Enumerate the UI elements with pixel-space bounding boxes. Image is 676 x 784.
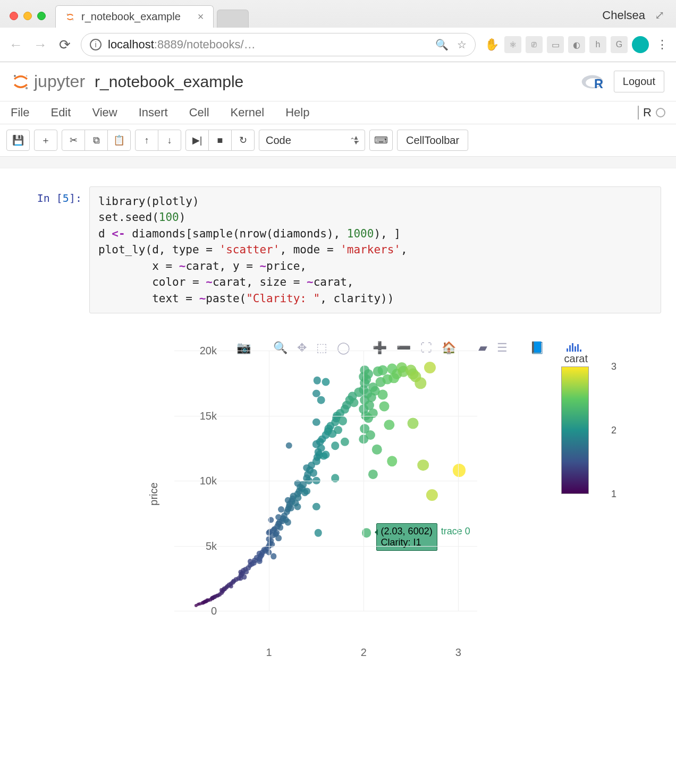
ext-icon-g[interactable]: G — [611, 36, 628, 53]
command-palette-button[interactable]: ⌨ — [369, 130, 393, 151]
data-point[interactable] — [372, 445, 382, 454]
data-point[interactable] — [407, 418, 418, 429]
data-point[interactable] — [331, 441, 340, 450]
expand-icon[interactable]: ⤢ — [655, 8, 664, 22]
data-point[interactable] — [322, 378, 330, 386]
data-point[interactable] — [285, 519, 291, 525]
data-point[interactable] — [453, 464, 466, 476]
cell-toolbar-button[interactable]: CellToolbar — [397, 130, 468, 151]
jupyter-logo[interactable]: jupyter — [12, 72, 85, 91]
data-point[interactable] — [229, 584, 234, 589]
code-cell[interactable]: In [5]: library(plotly) set.seed(100) d … — [15, 186, 661, 313]
data-point[interactable] — [257, 559, 263, 565]
data-point[interactable] — [312, 419, 320, 426]
new-tab-button[interactable] — [217, 10, 249, 28]
data-point[interactable] — [294, 504, 301, 510]
copy-button[interactable]: ⧉ — [84, 130, 108, 151]
data-point[interactable] — [415, 378, 426, 389]
menu-help[interactable]: Help — [285, 106, 309, 120]
data-point[interactable] — [322, 451, 330, 459]
cut-button[interactable]: ✂ — [62, 130, 85, 151]
menu-insert[interactable]: Insert — [139, 106, 168, 120]
data-point[interactable] — [379, 402, 390, 412]
docs-icon[interactable]: 📘 — [528, 340, 546, 356]
data-point[interactable] — [350, 398, 359, 407]
chart[interactable]: price (2.03, 6002)Clarity: I1trace 0 car… — [121, 345, 525, 643]
kernel-status-icon — [656, 108, 665, 117]
data-point[interactable] — [384, 420, 394, 430]
data-point[interactable] — [424, 362, 436, 373]
profile-name[interactable]: Chelsea — [602, 8, 645, 22]
data-point[interactable] — [387, 456, 398, 467]
url-host: localhost — [108, 38, 154, 52]
cell-type-value: Code — [266, 134, 291, 147]
back-button[interactable]: ← — [7, 37, 24, 53]
browser-tab[interactable]: r_notebook_example × — [55, 5, 214, 28]
address-bar[interactable]: i localhost:8889/notebooks/… 🔍 ☆ — [81, 33, 476, 56]
restart-button[interactable]: ↻ — [231, 130, 255, 151]
profile-avatar-icon[interactable] — [632, 36, 649, 53]
data-point[interactable] — [364, 369, 373, 379]
zoom-icon[interactable]: 🔍 — [435, 38, 449, 51]
data-point[interactable] — [295, 494, 302, 501]
menu-file[interactable]: File — [11, 106, 29, 120]
minimize-window-button[interactable] — [23, 12, 32, 20]
data-point[interactable] — [418, 459, 429, 471]
data-point[interactable] — [340, 437, 349, 446]
add-cell-button[interactable]: ＋ — [34, 130, 57, 151]
browser-menu-button[interactable]: ⋮ — [656, 38, 669, 52]
reload-button[interactable]: ⟳ — [56, 37, 73, 53]
run-button[interactable]: ▶| — [185, 130, 209, 151]
move-up-button[interactable]: ↑ — [135, 130, 158, 151]
menu-kernel[interactable]: Kernel — [231, 106, 265, 120]
bookmark-icon[interactable]: ☆ — [457, 38, 467, 51]
menu-edit[interactable]: Edit — [50, 106, 71, 120]
code-editor[interactable]: library(plotly) set.seed(100) d <- diamo… — [89, 186, 661, 313]
data-point[interactable] — [310, 469, 317, 476]
data-point[interactable] — [377, 390, 387, 400]
data-point[interactable] — [285, 442, 292, 449]
data-point[interactable] — [312, 503, 320, 510]
move-down-button[interactable]: ↓ — [158, 130, 181, 151]
close-window-button[interactable] — [10, 12, 18, 20]
data-point[interactable] — [314, 377, 321, 384]
colorbar-tick: 2 — [611, 425, 616, 436]
cast-icon[interactable]: ⎚ — [526, 36, 543, 53]
maximize-window-button[interactable] — [37, 12, 46, 20]
svg-rect-11 — [574, 346, 576, 352]
data-point[interactable] — [275, 535, 282, 541]
ext-icon-3[interactable]: ◐ — [568, 36, 585, 53]
menu-view[interactable]: View — [92, 106, 117, 120]
ext-icon-h[interactable]: h — [589, 36, 606, 53]
site-info-icon[interactable]: i — [90, 39, 102, 50]
data-point[interactable] — [303, 488, 311, 495]
data-point[interactable] — [242, 575, 247, 580]
data-point[interactable] — [317, 396, 325, 404]
data-point[interactable] — [269, 541, 275, 547]
cell-type-select[interactable]: Code ▲▼ — [259, 130, 365, 151]
stop-button[interactable]: ■ — [208, 130, 232, 151]
forward-button[interactable]: → — [32, 37, 49, 53]
ext-icon[interactable]: ⚛ — [504, 36, 521, 53]
data-point[interactable] — [368, 470, 378, 479]
menu-cell[interactable]: Cell — [189, 106, 209, 120]
tab-close-button[interactable]: × — [198, 11, 204, 23]
data-point[interactable] — [368, 408, 378, 418]
data-point[interactable] — [271, 553, 276, 559]
data-point[interactable] — [377, 365, 387, 375]
save-button[interactable]: 💾 — [6, 130, 30, 151]
tooltip-trace: trace 0 — [441, 526, 470, 537]
svg-point-2 — [14, 75, 16, 77]
data-point[interactable] — [334, 426, 342, 434]
logout-button[interactable]: Logout — [614, 71, 664, 92]
plot-output: 📷 🔍 ✥ ⬚ ◯ ➕ ➖ ⛶ 🏠 ▰ ☰ 📘 price (2.03, 600… — [121, 345, 599, 643]
data-point[interactable] — [366, 430, 375, 440]
ext-icon-2[interactable]: ▭ — [547, 36, 564, 53]
paste-button[interactable]: 📋 — [107, 130, 131, 151]
data-point[interactable] — [426, 489, 437, 501]
adblock-icon[interactable]: ✋ — [483, 36, 500, 53]
data-point[interactable] — [277, 524, 284, 531]
notebook-name[interactable]: r_notebook_example — [95, 73, 243, 91]
data-point[interactable] — [339, 416, 347, 425]
data-point[interactable] — [315, 529, 322, 536]
